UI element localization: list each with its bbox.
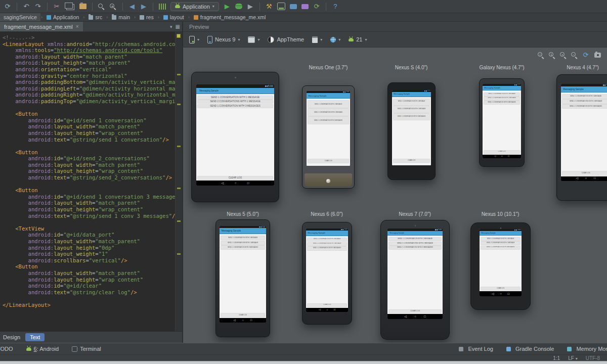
replace-icon[interactable]: a (110, 4, 117, 10)
device-preview-nexus-6[interactable]: 5:00Messaging SampleSEND 1 CONVERSATION … (302, 222, 352, 325)
code-text[interactable]: <!--...--><LinearLayout xmlns:android="h… (0, 32, 182, 331)
device-preview-nexus-7[interactable]: 5:00Messaging SampleSEND 1 CONVERSATION … (380, 220, 450, 340)
breadcrumb-item-layout[interactable]: layout (160, 13, 188, 21)
encoding-indicator[interactable]: UTF-8 (586, 355, 600, 361)
device-preview-nexus-5[interactable]: 5:00Messaging SampleSEND 1 CONVERSATION … (215, 219, 270, 337)
toolwindow-gradle-console[interactable]: Gradle Console (506, 346, 554, 352)
breadcrumb-item-application[interactable]: Application (43, 13, 82, 21)
device-button[interactable]: SEND 2 CONVERSATIONS WITH 1 MESSAGE (389, 242, 441, 245)
caret-position[interactable]: 1:1 (553, 355, 560, 361)
navigate-back-icon[interactable]: ◀ (128, 3, 136, 10)
device-clear-button[interactable]: CLEAR LOG (389, 310, 441, 313)
locale-dropdown[interactable]: ▾ (330, 37, 340, 42)
breadcrumb-item-fragment-message-me-xml[interactable]: fragment_message_me.xml (190, 13, 270, 21)
nav-home-icon[interactable]: ○ (326, 309, 328, 311)
device-clear-button[interactable]: CLEAR LOG (481, 287, 520, 290)
device-clear-button[interactable]: CLEAR LOG (198, 176, 273, 179)
project-structure-icon[interactable]: ⚒ (266, 3, 273, 10)
device-button[interactable]: SEND 1 CONVERSATION WITH 1 MESSAGE (198, 96, 273, 99)
device-monitor-icon[interactable] (301, 4, 309, 9)
navigate-forward-icon[interactable]: ▶ (140, 3, 147, 10)
device-button[interactable]: SEND 1 CONVERSATION WITH 1 MESSAGE (308, 101, 349, 108)
device-button[interactable]: SEND 2 CONVERSATIONS WITH 1 MESSAGE (394, 106, 429, 112)
run-selector-icon[interactable] (159, 4, 166, 10)
tab-text[interactable]: Text (25, 333, 45, 341)
device-button[interactable]: SEND 2 CONVERSATIONS WITH 1 MESSAGE (562, 100, 607, 104)
device-button[interactable]: SEND 1 CONVERSATION WITH 1 MESSAGE (221, 236, 265, 240)
device-button[interactable]: SEND 2 CONVERSATIONS WITH 1 MESSAGE (221, 241, 265, 245)
device-clear-button[interactable]: CLEAR LOG (308, 304, 346, 307)
device-button[interactable]: SEND 1 CONVERSATION WITH 3 MESSAGES (394, 114, 429, 120)
device-button[interactable]: SEND 2 CONVERSATIONS WITH 1 MESSAGE (484, 97, 519, 100)
copy-icon[interactable] (65, 3, 73, 9)
device-button[interactable]: SEND 1 CONVERSATION WITH 3 MESSAGES (481, 246, 520, 249)
undo-icon[interactable]: ↶ (23, 3, 30, 10)
device-button[interactable]: SEND 1 CONVERSATION WITH 3 MESSAGES (389, 246, 441, 249)
inspection-status-icon[interactable] (177, 34, 181, 38)
code-editor[interactable]: <!--...--><LinearLayout xmlns:android="h… (0, 32, 182, 331)
device-button[interactable]: SEND 1 CONVERSATION WITH 1 MESSAGE (308, 238, 346, 241)
tabs-dropdown-icon[interactable]: ▾ (170, 24, 172, 29)
refresh-icon[interactable]: ⟳ (582, 52, 589, 59)
avd-manager-icon[interactable] (277, 3, 285, 10)
breadcrumb-item-sagingservice[interactable]: sagingService (0, 13, 40, 21)
nav-back-icon[interactable]: ◁ (222, 181, 224, 185)
nav-home-icon[interactable]: ○ (235, 181, 237, 185)
nav-home-icon[interactable]: ○ (501, 155, 503, 157)
theme-dropdown[interactable]: AppTheme (268, 36, 304, 43)
device-button[interactable]: SEND 1 CONVERSATION WITH 3 MESSAGES (198, 105, 273, 108)
sync-icon[interactable]: ⟳ (4, 3, 11, 10)
device-button[interactable]: SEND 1 CONVERSATION WITH 3 MESSAGES (484, 101, 519, 104)
nav-recents-icon[interactable]: □ (508, 155, 509, 157)
nav-back-icon[interactable]: ◁ (404, 315, 407, 318)
nav-recents-icon[interactable]: □ (424, 315, 426, 318)
device-button[interactable]: SEND 1 CONVERSATION WITH 1 MESSAGE (389, 238, 441, 241)
toolwindow-terminal[interactable]: Terminal (72, 346, 101, 352)
device-preview-nexus-10[interactable]: 5:00Messaging SampleSEND 1 CONVERSATION … (470, 222, 531, 310)
device-clear-button[interactable]: CLEAR LOG (221, 313, 265, 317)
nav-recents-icon[interactable]: □ (250, 319, 252, 322)
device-dropdown[interactable]: Nexus 9▾ (207, 36, 240, 43)
screenshot-icon[interactable] (594, 53, 601, 58)
toolwindow-event-log[interactable]: Event Log (459, 346, 493, 352)
line-separator-indicator[interactable]: LF ▾ (568, 355, 577, 361)
debug-icon[interactable] (235, 4, 242, 9)
paste-icon[interactable] (79, 4, 86, 9)
zoom-in-icon[interactable]: + (560, 52, 566, 58)
api-level-dropdown[interactable]: 21▾ (349, 36, 367, 42)
toolwindow-android[interactable]: 6: Android (26, 346, 59, 352)
orientation-dropdown[interactable]: ▾ (189, 36, 199, 43)
tab-fragment-message-me[interactable]: fragment_message_me.xml × (0, 22, 83, 31)
nav-back-icon[interactable]: ◁ (576, 177, 578, 180)
activity-dropdown[interactable]: ▾ (312, 36, 322, 43)
nav-back-icon[interactable]: ◁ (234, 319, 236, 322)
config-dropdown[interactable]: ▾ (248, 36, 259, 43)
gradle-sync-icon[interactable]: ⟳ (313, 3, 320, 10)
device-preview-nexus-4[interactable]: 5:00Messaging SampleSEND 1 CONVERSATION … (556, 74, 607, 201)
device-button[interactable]: SEND 2 CONVERSATIONS WITH 1 MESSAGE (481, 242, 520, 245)
run-coverage-icon[interactable]: ▶ (247, 3, 254, 10)
device-button[interactable]: SEND 1 CONVERSATION WITH 1 MESSAGE (481, 238, 520, 241)
toolwindow-todo[interactable]: TODO (0, 346, 13, 352)
editor-scrollbar[interactable] (175, 32, 182, 331)
tab-close-icon[interactable]: × (76, 24, 79, 29)
nav-recents-icon[interactable]: □ (507, 292, 509, 295)
device-clear-button[interactable]: CLEAR LOG (394, 159, 429, 162)
cut-icon[interactable]: ✂ (53, 3, 60, 10)
device-button[interactable]: SEND 1 CONVERSATION WITH 3 MESSAGES (308, 247, 346, 250)
run-configuration-dropdown[interactable]: Application▾ (170, 2, 219, 11)
zoom-fit-icon[interactable]: □ (538, 52, 544, 58)
nav-home-icon[interactable]: ○ (414, 315, 416, 318)
nav-recents-icon[interactable]: □ (334, 309, 335, 311)
device-clear-button[interactable]: CLEAR LOG (308, 159, 349, 163)
device-button[interactable]: SEND 1 CONVERSATION WITH 3 MESSAGES (221, 246, 265, 249)
device-button[interactable]: SEND 2 CONVERSATIONS WITH 1 MESSAGE (308, 243, 346, 246)
editor-settings-icon[interactable]: ▦ (176, 24, 180, 29)
find-icon[interactable] (98, 4, 105, 10)
toolwindow-memory-monitor[interactable]: Memory Moni (567, 346, 607, 352)
nav-back-icon[interactable]: ◁ (494, 155, 496, 157)
device-preview-nexus-9[interactable]: 5:00Messaging SampleSEND 1 CONVERSATION … (191, 72, 279, 202)
device-button[interactable]: SEND 2 CONVERSATIONS WITH 1 MESSAGE (308, 109, 349, 116)
device-button[interactable]: SEND 1 CONVERSATION WITH 1 MESSAGE (562, 95, 607, 99)
breadcrumb-item-main[interactable]: main (108, 13, 134, 21)
